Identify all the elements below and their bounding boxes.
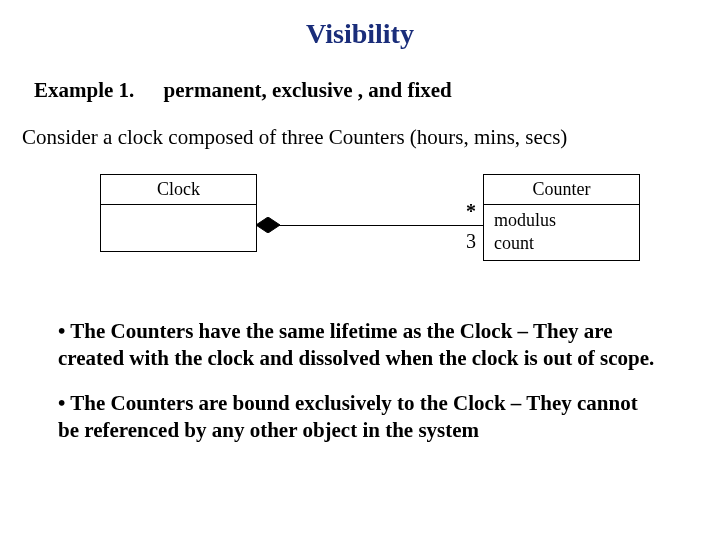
example-desc: permanent, exclusive , and fixed	[164, 78, 452, 102]
example-row: Example 1. permanent, exclusive , and fi…	[34, 78, 720, 103]
association-line	[256, 225, 484, 226]
multiplicity-three: 3	[466, 230, 476, 253]
counter-body: modulus count	[484, 205, 639, 260]
bullet-1: • The Counters have the same lifetime as…	[58, 318, 662, 372]
composition-diamond-icon	[256, 217, 280, 233]
clock-body	[101, 205, 256, 251]
uml-diagram: Clock Counter modulus count * 3	[60, 174, 660, 284]
counter-attr-count: count	[494, 232, 629, 255]
uml-class-counter: Counter modulus count	[483, 174, 640, 261]
svg-marker-0	[256, 217, 280, 233]
bullet-list: • The Counters have the same lifetime as…	[58, 318, 662, 444]
bullet-2: • The Counters are bound exclusively to …	[58, 390, 662, 444]
counter-name: Counter	[484, 175, 639, 205]
clock-name: Clock	[101, 175, 256, 205]
multiplicity-star: *	[466, 200, 476, 223]
counter-attr-modulus: modulus	[494, 209, 629, 232]
uml-class-clock: Clock	[100, 174, 257, 252]
example-label: Example 1.	[34, 78, 134, 103]
consider-text: Consider a clock composed of three Count…	[22, 125, 720, 150]
page-title: Visibility	[0, 18, 720, 50]
